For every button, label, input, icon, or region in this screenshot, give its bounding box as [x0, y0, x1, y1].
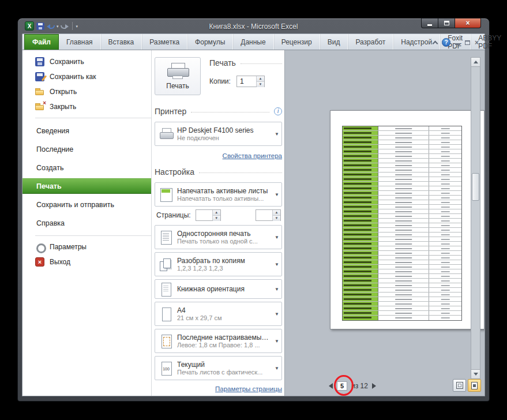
pages-to-value[interactable] — [256, 210, 272, 220]
excel-window: Книга8.xlsx - Microsoft Excel ФайлГлавна… — [17, 18, 490, 402]
current-page-input[interactable]: 5 — [337, 381, 347, 391]
table-row — [343, 232, 461, 237]
spin-up-icon[interactable] — [257, 76, 264, 82]
tab-формулы[interactable]: Формулы — [187, 34, 233, 50]
table-row — [343, 140, 461, 145]
tab-вид[interactable]: Вид — [320, 34, 348, 50]
tab-данные[interactable]: Данные — [233, 34, 273, 50]
printer-dropdown[interactable]: HP Deskjet F4100 series Не подключен — [155, 122, 282, 146]
spin-down-icon[interactable] — [213, 216, 220, 221]
pages-to-spinner[interactable] — [256, 209, 281, 221]
table-row — [343, 274, 461, 279]
table-row — [343, 177, 461, 182]
exit-icon — [35, 257, 44, 267]
minimize-button[interactable] — [421, 18, 438, 28]
restore-button[interactable] — [438, 18, 455, 28]
collapse-ribbon-icon[interactable] — [433, 41, 438, 47]
spin-down-icon[interactable] — [257, 82, 264, 87]
menu-item-сведения[interactable]: Сведения — [22, 123, 151, 138]
tab-вставка[interactable]: Вставка — [101, 34, 142, 50]
menu-item-сохранить-как[interactable]: Сохранить как — [22, 70, 151, 83]
printer-properties-link[interactable]: Свойства принтера — [223, 152, 282, 159]
pages-to-spin-buttons — [272, 210, 280, 220]
spin-up-icon[interactable] — [273, 210, 280, 216]
section-printer: Принтер — [155, 106, 282, 117]
chevron-down-icon — [272, 262, 281, 267]
table-row — [343, 200, 461, 205]
setting-first: Напечатать активные листыНапечатать толь… — [155, 182, 282, 207]
preview-table — [342, 126, 462, 321]
tab-рецензир[interactable]: Рецензир — [274, 34, 320, 50]
table-row — [343, 283, 461, 288]
previous-page-icon[interactable] — [329, 383, 333, 389]
scroll-down-button[interactable] — [471, 369, 480, 378]
setting-dropdown-scale[interactable]: ТекущийПечать листов с фактическ... — [155, 356, 282, 380]
scale-icon — [157, 360, 175, 376]
preview-scrollbar[interactable] — [471, 57, 480, 379]
title-bar[interactable]: Книга8.xlsx - Microsoft Excel — [18, 18, 489, 33]
spin-down-icon[interactable] — [273, 216, 280, 221]
scrollbar-thumb[interactable] — [472, 173, 479, 201]
table-row — [343, 186, 461, 191]
help-icon[interactable] — [442, 38, 450, 47]
menu-item-печать[interactable]: Печать — [22, 178, 151, 194]
preview-page — [330, 110, 485, 329]
setting-dropdown-collate[interactable]: Разобрать по копиям1,2,3 1,2,3 1,2,3 — [155, 252, 282, 276]
table-row — [343, 182, 461, 186]
window-title: Книга8.xlsx - Microsoft Excel — [18, 22, 489, 31]
pages-from-spinner[interactable] — [196, 209, 221, 221]
setting-dropdown-margins[interactable]: Последние настраиваемые ...Левое: 1,8 см… — [155, 329, 282, 353]
table-row — [343, 269, 461, 274]
menu-item-выход[interactable]: Выход — [22, 256, 151, 268]
setting-dropdown-portrait[interactable]: Книжная ориентация — [155, 279, 282, 299]
tab-разработ[interactable]: Разработ — [348, 34, 393, 50]
section-rule — [241, 63, 282, 64]
doc-close-icon[interactable] — [475, 39, 479, 46]
print-button[interactable]: Печать — [155, 57, 201, 95]
copies-value[interactable]: 1 — [237, 76, 256, 87]
info-icon[interactable] — [274, 107, 282, 115]
margins-icon — [157, 333, 175, 349]
menu-item-последние[interactable]: Последние — [22, 141, 151, 157]
setting-dropdown-a4[interactable]: A421 см x 29,7 см — [155, 302, 282, 326]
close-button[interactable] — [455, 18, 481, 28]
scroll-up-button[interactable] — [471, 58, 480, 67]
setting-dropdown-sheets[interactable]: Напечатать активные листыНапечатать толь… — [155, 182, 282, 207]
menu-separator — [35, 235, 151, 236]
menu-separator — [35, 118, 151, 118]
show-margins-button[interactable] — [453, 379, 466, 392]
scroll-down-icon — [474, 373, 478, 376]
doc-restore-icon[interactable] — [465, 40, 470, 45]
table-row — [343, 260, 461, 265]
table-row — [343, 311, 461, 316]
print-panel-top: Печать Печать Копии: 1 — [155, 57, 282, 95]
copies-spinner[interactable]: 1 — [236, 76, 265, 87]
menu-item-сохранить[interactable]: Сохранить — [22, 55, 151, 68]
copies-spin-buttons — [256, 76, 264, 87]
menu-item-сохранить-и-отправить[interactable]: Сохранить и отправить — [22, 197, 151, 212]
table-row — [343, 316, 461, 320]
tab-файл[interactable]: Файл — [24, 34, 59, 50]
menu-item-открыть[interactable]: Открыть — [22, 85, 151, 98]
doc-minimize-icon[interactable] — [455, 43, 460, 45]
backstage-menu: СохранитьСохранить какОткрытьЗакрытьСвед… — [22, 50, 152, 396]
menu-item-создать[interactable]: Создать — [22, 160, 151, 175]
table-row — [343, 256, 461, 260]
setting-dropdown-one-sided[interactable]: Односторонняя печатьПечать только на одн… — [155, 225, 282, 249]
menu-item-параметры[interactable]: Параметры — [22, 241, 151, 253]
backstage-view: СохранитьСохранить какОткрытьЗакрытьСвед… — [22, 50, 485, 396]
table-row — [343, 223, 461, 228]
ribbon-extras — [433, 38, 479, 47]
tab-разметка[interactable]: Разметка — [142, 34, 187, 50]
table-row — [343, 205, 461, 209]
sheets-icon — [157, 186, 175, 202]
page-setup-link[interactable]: Параметры страницы — [215, 385, 282, 392]
zoom-to-page-button[interactable] — [468, 379, 481, 392]
section-rule — [191, 112, 269, 112]
spin-up-icon[interactable] — [213, 210, 220, 216]
menu-item-справка[interactable]: Справка — [22, 215, 151, 231]
menu-item-закрыть[interactable]: Закрыть — [22, 100, 151, 113]
tab-главная[interactable]: Главная — [59, 34, 101, 50]
next-page-icon[interactable] — [372, 383, 376, 389]
pages-from-value[interactable] — [196, 210, 212, 220]
